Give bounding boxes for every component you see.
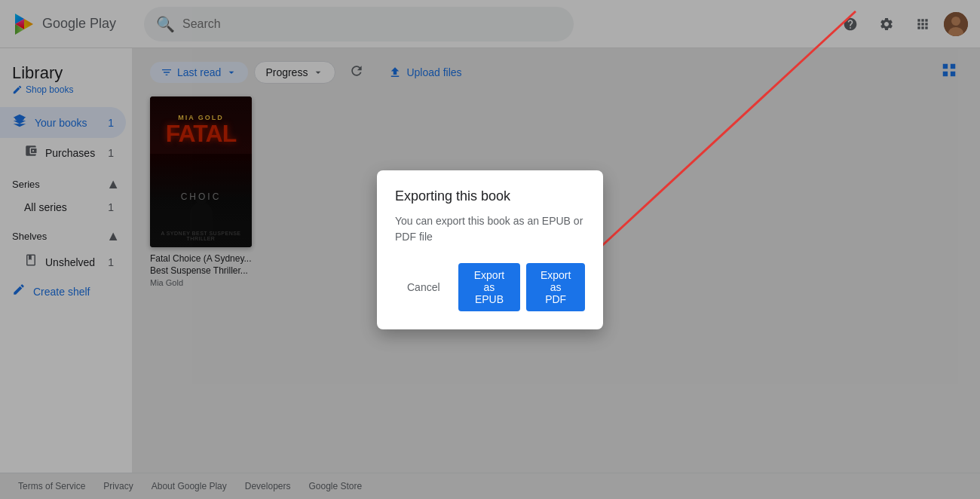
export-pdf-button[interactable]: Export as PDF <box>526 263 585 311</box>
cancel-button[interactable]: Cancel <box>395 263 452 311</box>
svg-line-8 <box>577 11 856 269</box>
dialog-body: You can export this book as an EPUB or P… <box>395 213 585 245</box>
export-epub-button[interactable]: Export as EPUB <box>458 263 521 311</box>
dialog-actions: Cancel Export as EPUB Export as PDF <box>395 263 585 311</box>
dialog-title: Exporting this book <box>395 188 585 204</box>
modal-overlay: Exporting this book You can export this … <box>0 0 980 499</box>
export-dialog: Exporting this book You can export this … <box>377 170 603 329</box>
